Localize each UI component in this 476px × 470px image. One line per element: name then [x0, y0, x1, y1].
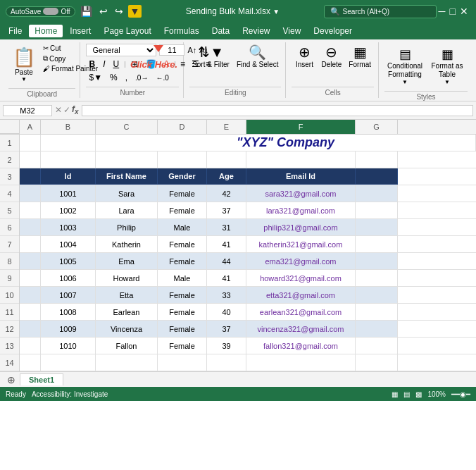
cell-r2-g[interactable] [356, 219, 398, 235]
cell-r6-id[interactable]: 1007 [41, 287, 96, 303]
cell-r1-email[interactable]: lara321@gmail.com [246, 202, 356, 218]
cell-r3-name[interactable]: Katherin [96, 236, 158, 252]
cell-r1-name[interactable]: Lara [96, 202, 158, 218]
cell-r8-age[interactable]: 37 [207, 321, 246, 337]
autosave-badge[interactable]: AutoSave Off [6, 6, 75, 17]
cell-r8-name[interactable]: Vincenza [96, 321, 158, 337]
header-cell-email[interactable]: Email Id [246, 168, 356, 185]
font-dropdown[interactable]: General [86, 44, 156, 56]
cell-r2-age[interactable]: 31 [207, 219, 246, 235]
row-num-11[interactable]: 11 [0, 304, 19, 321]
cell-r4-age[interactable]: 44 [207, 253, 246, 269]
menu-page-layout[interactable]: Page Layout [98, 25, 156, 37]
cell-1b[interactable] [41, 135, 96, 151]
search-box[interactable]: 🔍 Search (Alt+Q) [324, 5, 437, 18]
row-num-3[interactable]: 3 [0, 168, 19, 185]
cell-14d[interactable] [158, 354, 207, 371]
font-size-dropdown[interactable]: 11 [159, 44, 184, 56]
cell-14a[interactable] [20, 354, 41, 371]
comma-button[interactable]: , [123, 72, 130, 83]
cell-r3-id[interactable]: 1004 [41, 236, 96, 252]
col-header-e[interactable]: E [207, 120, 246, 134]
cell-r2-id[interactable]: 1003 [41, 219, 96, 235]
cell-14g[interactable] [356, 354, 398, 371]
cell-title[interactable]: "XYZ" Company [96, 135, 476, 151]
cell-r0-name[interactable]: Sara [96, 185, 158, 202]
cell-r3-gender[interactable]: Female [158, 236, 207, 252]
menu-file[interactable]: File [3, 25, 27, 37]
redo-icon[interactable]: ↪ [113, 4, 125, 18]
cell-2a[interactable] [20, 151, 41, 168]
format-table-dropdown-icon[interactable]: ▼ [444, 79, 450, 85]
col-header-g[interactable]: G [356, 120, 398, 134]
cell-r5-a[interactable] [20, 270, 41, 286]
conditional-dropdown-icon[interactable]: ▼ [402, 79, 408, 85]
currency-button[interactable]: $▼ [86, 72, 105, 83]
header-cell-age[interactable]: Age [207, 168, 246, 185]
cell-r0-age[interactable]: 42 [207, 185, 246, 202]
cell-2g[interactable] [356, 151, 398, 168]
cancel-formula-icon[interactable]: ✕ [55, 105, 62, 115]
insert-button[interactable]: ⊕ Insert [292, 44, 317, 70]
cell-r8-g[interactable] [356, 321, 398, 337]
new-sheet-button[interactable]: ⊕ [3, 373, 20, 387]
menu-data[interactable]: Data [206, 25, 235, 37]
menu-view[interactable]: View [277, 25, 307, 37]
delete-button[interactable]: ⊖ Delete [318, 44, 344, 70]
row-num-5[interactable]: 5 [0, 202, 19, 219]
row-num-8[interactable]: 8 [0, 253, 19, 270]
cell-r6-email[interactable]: etta321@gmail.com [246, 287, 356, 303]
cell-2d[interactable] [158, 151, 207, 168]
cell-r7-g[interactable] [356, 304, 398, 320]
find-select-button[interactable]: 🔍 Find & Select [234, 44, 281, 70]
cell-r8-gender[interactable]: Female [158, 321, 207, 337]
cell-r7-name[interactable]: Earlean [96, 304, 158, 320]
cell-r6-gender[interactable]: Female [158, 287, 207, 303]
menu-review[interactable]: Review [237, 25, 275, 37]
cell-r6-age[interactable]: 33 [207, 287, 246, 303]
fill-color-button[interactable]: 🪣 [143, 58, 159, 70]
row-num-10[interactable]: 10 [0, 287, 19, 304]
header-cell-gender[interactable]: Gender [158, 168, 207, 185]
cell-r7-age[interactable]: 40 [207, 304, 246, 320]
cell-r4-name[interactable]: Ema [96, 253, 158, 269]
row-num-12[interactable]: 12 [0, 321, 19, 338]
cell-r9-age[interactable]: 39 [207, 338, 246, 354]
formula-input[interactable] [82, 105, 473, 116]
cell-r0-email[interactable]: sara321@gmail.com [246, 185, 356, 202]
row-num-6[interactable]: 6 [0, 219, 19, 236]
percent-button[interactable]: % [107, 72, 120, 83]
conditional-formatting-button[interactable]: ▤ Conditional Formatting ▼ [384, 44, 425, 88]
cell-r4-g[interactable] [356, 253, 398, 269]
cell-r0-gender[interactable]: Female [158, 185, 207, 202]
cell-r8-email[interactable]: vincenza321@gmail.com [246, 321, 356, 337]
col-header-d[interactable]: D [158, 120, 207, 134]
cell-r2-a[interactable] [20, 219, 41, 235]
cell-r8-id[interactable]: 1009 [41, 321, 96, 337]
cell-2c[interactable] [96, 151, 158, 168]
cell-14f[interactable] [246, 354, 356, 371]
cell-r7-email[interactable]: earlean321@gmail.com [246, 304, 356, 320]
cell-2f[interactable] [246, 151, 356, 168]
cell-r3-a[interactable] [20, 236, 41, 252]
row-num-13[interactable]: 13 [0, 338, 19, 354]
view-layout-icon[interactable]: ▤ [403, 390, 410, 398]
cell-1a[interactable] [20, 135, 41, 151]
cell-r7-a[interactable] [20, 304, 41, 320]
cell-r2-email[interactable]: philip321@gmail.com [246, 219, 356, 235]
decrease-decimal-button[interactable]: ←.0 [153, 73, 171, 82]
cell-r0-a[interactable] [20, 185, 41, 202]
cell-r5-age[interactable]: 41 [207, 270, 246, 286]
col-header-f[interactable]: F [246, 120, 356, 134]
cell-r1-age[interactable]: 37 [207, 202, 246, 218]
paste-dropdown-icon[interactable]: ▼ [21, 76, 27, 82]
cell-r3-age[interactable]: 41 [207, 236, 246, 252]
zoom-slider[interactable]: ━━◉━ [451, 390, 470, 398]
format-as-table-button[interactable]: ▦ Format as Table ▼ [427, 44, 468, 88]
header-cell-g[interactable] [356, 168, 398, 185]
cell-r4-gender[interactable]: Female [158, 253, 207, 269]
cell-r5-email[interactable]: howard321@gmail.com [246, 270, 356, 286]
cell-r9-name[interactable]: Fallon [96, 338, 158, 354]
menu-formulas[interactable]: Formulas [158, 25, 205, 37]
cell-r5-g[interactable] [356, 270, 398, 286]
